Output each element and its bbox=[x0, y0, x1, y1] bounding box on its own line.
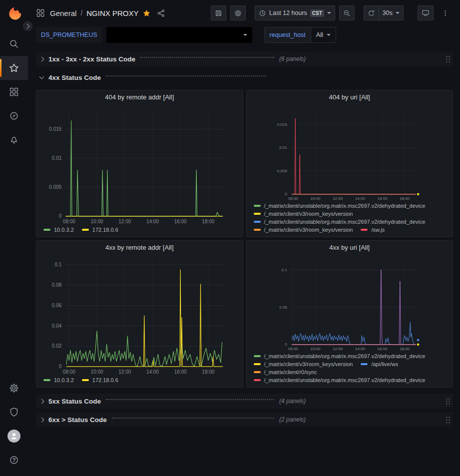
row-title: 6xx > Status Code bbox=[48, 416, 107, 424]
sidebar-item-starred[interactable] bbox=[0, 56, 28, 80]
chevron-down-icon bbox=[39, 74, 44, 79]
legend-label: 172.18.0.6 bbox=[92, 377, 118, 383]
panel-title[interactable]: 404 by uri [All] bbox=[247, 90, 453, 103]
save-dashboard-button[interactable] bbox=[211, 5, 226, 20]
star-icon bbox=[9, 63, 19, 73]
sidebar-item-explore[interactable] bbox=[0, 104, 28, 128]
row-drag-handle[interactable] bbox=[445, 416, 450, 424]
dotted-leader bbox=[106, 75, 266, 76]
legend-item[interactable]: /_matrix/client/v3/room_keys/version bbox=[254, 211, 353, 217]
svg-text:0.005: 0.005 bbox=[49, 184, 61, 190]
panel-title[interactable]: 4xx by uri [All] bbox=[247, 241, 453, 254]
request-host-value-dropdown[interactable]: All bbox=[311, 27, 336, 43]
chevron-right-icon bbox=[39, 399, 44, 404]
svg-text:08:00: 08:00 bbox=[288, 196, 298, 201]
sidebar-item-help[interactable]: ? bbox=[0, 448, 28, 472]
sidebar-item-alerting[interactable] bbox=[0, 128, 28, 152]
datasource-variable-label[interactable]: DS_PROMETHEUS bbox=[36, 27, 102, 43]
legend-label: /_matrix/client/unstable/org.matrix.msc2… bbox=[264, 377, 426, 383]
chart-legend: /_matrix/client/unstable/org.matrix.msc2… bbox=[247, 352, 453, 387]
row-6xx[interactable]: 6xx > Status Code (2 panels) bbox=[36, 412, 453, 427]
legend-item[interactable]: 172.18.0.6 bbox=[82, 227, 118, 233]
panel-title[interactable]: 404 by remote addr [All] bbox=[36, 90, 243, 103]
share-icon[interactable] bbox=[157, 9, 165, 17]
legend-label: 10.0.3.2 bbox=[54, 377, 74, 383]
row-panel-count: (4 panels) bbox=[279, 398, 306, 405]
panel-4xx-by-uri: 4xx by uri [All] 00.050.108:0010:0012:00… bbox=[246, 240, 454, 388]
svg-text:0.04: 0.04 bbox=[52, 323, 62, 329]
favorite-star-icon[interactable] bbox=[142, 9, 151, 17]
clock-icon bbox=[259, 9, 266, 17]
svg-text:16:00: 16:00 bbox=[377, 196, 388, 201]
timezone-badge: CST bbox=[310, 9, 324, 17]
chevron-down-icon bbox=[327, 12, 331, 14]
breadcrumb-separator: / bbox=[80, 9, 82, 17]
legend-item[interactable]: /_matrix/client/unstable/org.matrix.msc2… bbox=[254, 203, 426, 209]
refresh-button[interactable] bbox=[364, 5, 379, 20]
legend-item[interactable]: /_matrix/client/v3/room_keys/version bbox=[254, 361, 353, 367]
chart-4xx-by-remote-addr[interactable]: 00.020.040.060.080.108:0010:0012:0014:00… bbox=[38, 255, 239, 376]
legend-item[interactable]: /_matrix/client/unstable/org.matrix.msc2… bbox=[254, 377, 426, 383]
chart-legend: /_matrix/client/unstable/org.matrix.msc2… bbox=[247, 202, 453, 237]
dashboard-settings-button[interactable] bbox=[230, 5, 246, 20]
legend-item[interactable]: /sw.js bbox=[361, 227, 385, 233]
sidebar-item-configuration[interactable] bbox=[0, 376, 28, 400]
chart-404-by-uri[interactable]: 00.0050.010.01508:0010:0012:0014:0016:00… bbox=[249, 104, 449, 202]
legend-color-swatch bbox=[82, 229, 89, 231]
legend-color-swatch bbox=[254, 213, 261, 215]
legend-label: /_matrix/client/v3/room_keys/version bbox=[264, 211, 353, 217]
legend-item[interactable]: /_matrix/client/unstable/org.matrix.msc2… bbox=[254, 353, 426, 359]
zoom-out-button[interactable] bbox=[339, 5, 355, 20]
legend-item[interactable]: /_matrix/client/unstable/org.matrix.msc2… bbox=[254, 219, 426, 225]
top-navbar: General / NGINX PROXY bbox=[28, 0, 460, 26]
kebab-icon bbox=[442, 9, 449, 17]
help-icon: ? bbox=[9, 455, 19, 465]
row-1xx-3xx-2xx[interactable]: 1xx - 3xx - 2xx Status Code (6 panels) bbox=[36, 51, 453, 66]
legend-item[interactable]: /_matrix/client/v3/room_keys/version bbox=[254, 227, 353, 233]
row-title: 4xx Status Code bbox=[48, 74, 101, 81]
compass-icon bbox=[9, 111, 19, 121]
legend-label: /_matrix/client/unstable/org.matrix.msc2… bbox=[264, 203, 426, 209]
legend-item[interactable]: 172.18.0.6 bbox=[82, 377, 118, 383]
legend-color-swatch bbox=[254, 371, 261, 373]
time-range-picker[interactable]: Last 12 hours CST bbox=[255, 5, 335, 20]
row-5xx[interactable]: 5xx Status Code (4 panels) bbox=[36, 394, 453, 409]
svg-text:0.015: 0.015 bbox=[277, 122, 287, 127]
sidebar-expand-button[interactable] bbox=[23, 21, 32, 31]
sidebar-item-search[interactable] bbox=[0, 32, 28, 56]
request-host-label[interactable]: request_host bbox=[264, 27, 311, 43]
sidebar-item-dashboards[interactable] bbox=[0, 80, 28, 104]
monitor-icon bbox=[422, 9, 430, 17]
legend-label: 172.18.0.6 bbox=[92, 227, 118, 233]
svg-text:08:00: 08:00 bbox=[63, 219, 75, 224]
svg-text:0.1: 0.1 bbox=[281, 268, 287, 272]
row-drag-handle[interactable] bbox=[445, 55, 450, 63]
sidebar-item-profile[interactable] bbox=[0, 424, 28, 448]
datasource-value-dropdown[interactable] bbox=[106, 27, 252, 43]
legend-color-swatch bbox=[254, 221, 261, 223]
tv-mode-button[interactable] bbox=[418, 5, 434, 20]
dotted-leader bbox=[112, 418, 274, 419]
row-panel-count: (2 panels) bbox=[279, 416, 306, 423]
sidebar-item-server-admin[interactable] bbox=[0, 400, 28, 424]
svg-text:16:00: 16:00 bbox=[174, 219, 187, 224]
row-drag-handle[interactable] bbox=[445, 397, 450, 405]
kebab-menu-button[interactable] bbox=[438, 5, 453, 20]
chart-4xx-by-uri[interactable]: 00.050.108:0010:0012:0014:0016:0018:00 bbox=[249, 255, 449, 352]
apps-grid-icon[interactable] bbox=[36, 8, 45, 17]
legend-item[interactable]: /_matrix/client/r0/sync bbox=[254, 369, 317, 375]
zoom-out-icon bbox=[343, 9, 351, 17]
refresh-interval-dropdown[interactable]: 30s bbox=[379, 5, 404, 20]
legend-item[interactable]: 10.0.3.2 bbox=[43, 377, 74, 383]
svg-text:0: 0 bbox=[285, 342, 287, 347]
breadcrumb-section[interactable]: General bbox=[50, 9, 76, 17]
chart-404-by-remote-addr[interactable]: 00.0050.010.01508:0010:0012:0014:0016:00… bbox=[38, 104, 239, 226]
legend-item[interactable]: 10.0.3.2 bbox=[43, 227, 74, 233]
row-4xx[interactable]: 4xx Status Code bbox=[36, 70, 453, 85]
legend-label: /api/live/ws bbox=[371, 361, 398, 367]
shield-icon bbox=[9, 407, 19, 417]
svg-text:12:00: 12:00 bbox=[118, 219, 131, 224]
breadcrumb-dashboard-title[interactable]: NGINX PROXY bbox=[86, 9, 138, 17]
legend-item[interactable]: /api/live/ws bbox=[361, 361, 398, 367]
panel-title[interactable]: 4xx by remote addr [All] bbox=[36, 241, 243, 254]
